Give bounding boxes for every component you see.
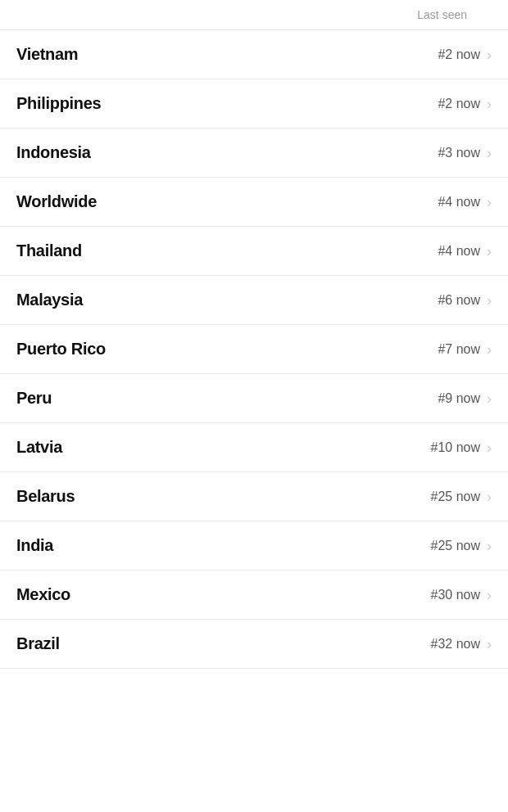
list-item[interactable]: Indonesia#3 now›: [0, 129, 508, 178]
rank-badge: #2 now: [438, 97, 480, 111]
rank-badge: #30 now: [431, 588, 481, 602]
rank-badge: #32 now: [431, 637, 481, 652]
country-list: Vietnam#2 now›Philippines#2 now›Indonesi…: [0, 30, 508, 669]
rank-badge: #4 now: [438, 244, 480, 259]
list-item[interactable]: Vietnam#2 now›: [0, 30, 508, 79]
rank-badge: #10 now: [431, 440, 481, 455]
country-name: Belarus: [16, 487, 75, 506]
chevron-right-icon: ›: [487, 195, 492, 210]
rank-badge: #3 now: [438, 146, 480, 160]
list-item[interactable]: Thailand#4 now›: [0, 227, 508, 276]
rank-badge: #9 now: [438, 391, 480, 406]
country-name: Latvia: [16, 438, 62, 457]
rank-badge: #25 now: [431, 489, 481, 504]
list-item[interactable]: Puerto Rico#7 now›: [0, 325, 508, 374]
country-name: Peru: [16, 389, 52, 408]
country-name: Puerto Rico: [16, 340, 106, 359]
rank-badge: #7 now: [438, 342, 480, 357]
list-item[interactable]: India#25 now›: [0, 521, 508, 571]
rank-badge: #2 now: [438, 47, 480, 62]
list-item[interactable]: Malaysia#6 now›: [0, 276, 508, 325]
country-name: Malaysia: [16, 291, 83, 309]
list-item[interactable]: Belarus#25 now›: [0, 472, 508, 521]
rank-badge: #25 now: [431, 539, 481, 553]
list-item[interactable]: Brazil#32 now›: [0, 620, 508, 669]
chevron-right-icon: ›: [487, 489, 492, 504]
list-item[interactable]: Mexico#30 now›: [0, 571, 508, 620]
header-row: Last seen: [0, 0, 508, 30]
chevron-right-icon: ›: [487, 342, 492, 357]
list-item[interactable]: Latvia#10 now›: [0, 423, 508, 472]
chevron-right-icon: ›: [487, 97, 492, 111]
last-seen-label: Last seen: [417, 8, 467, 21]
country-name: Worldwide: [16, 192, 97, 211]
chevron-right-icon: ›: [487, 588, 492, 602]
chevron-right-icon: ›: [487, 244, 492, 259]
chevron-right-icon: ›: [487, 293, 492, 308]
chevron-right-icon: ›: [487, 146, 492, 160]
country-name: Indonesia: [16, 143, 91, 162]
chevron-right-icon: ›: [487, 539, 492, 553]
country-name: Brazil: [16, 634, 60, 653]
list-item[interactable]: Worldwide#4 now›: [0, 178, 508, 227]
chevron-right-icon: ›: [487, 391, 492, 406]
chevron-right-icon: ›: [487, 637, 492, 652]
country-name: Philippines: [16, 94, 101, 113]
country-name: Vietnam: [16, 45, 78, 64]
country-name: Thailand: [16, 241, 82, 260]
chevron-right-icon: ›: [487, 47, 492, 62]
chevron-right-icon: ›: [487, 440, 492, 455]
country-name: India: [16, 536, 53, 555]
rank-badge: #4 now: [438, 195, 480, 210]
country-name: Mexico: [16, 585, 70, 604]
rank-badge: #6 now: [438, 293, 480, 308]
list-item[interactable]: Philippines#2 now›: [0, 79, 508, 129]
list-item[interactable]: Peru#9 now›: [0, 374, 508, 423]
